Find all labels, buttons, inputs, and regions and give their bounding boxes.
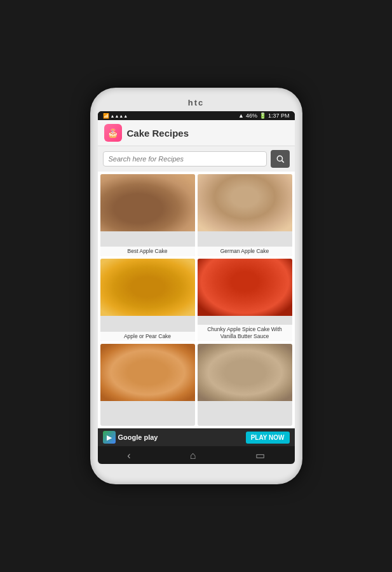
back-button[interactable]: ‹ <box>127 450 130 461</box>
app-title: Cake Recipes <box>127 128 189 139</box>
recipe-image-german-apple-cake <box>198 174 292 231</box>
recent-apps-button[interactable]: ▭ <box>255 449 265 461</box>
recipe-card-chunky-spice-cake[interactable]: Chunky Apple Spice Cake With Vanilla But… <box>198 259 292 341</box>
status-left: 📶 ▲▲▲▲ <box>103 113 128 119</box>
search-input[interactable] <box>103 151 267 167</box>
google-play-icon: ▶ <box>103 431 116 444</box>
app-screen: 🎂 Cake Recipes Best Apple CakeGerman App… <box>98 120 295 464</box>
nav-bar: ‹ ⌂ ▭ <box>98 446 295 464</box>
battery-icon: 🔋 <box>259 112 266 119</box>
recipe-label-apple-pear-cake: Apple or Pear Cake <box>100 332 195 341</box>
signal-icon: 📶 <box>103 113 109 119</box>
recipe-image-bundt-cake-1 <box>100 344 195 401</box>
cake-icon: 🎂 <box>107 128 118 138</box>
battery-level: 46% <box>246 112 257 119</box>
recipe-card-best-apple-cake[interactable]: Best Apple Cake <box>100 174 195 256</box>
home-button[interactable]: ⌂ <box>190 450 196 461</box>
search-bar <box>98 146 295 172</box>
status-bar: 📶 ▲▲▲▲ ▲ 46% 🔋 1:37 PM <box>98 111 295 120</box>
recipe-label-german-apple-cake: German Apple Cake <box>198 247 292 256</box>
recipe-card-german-apple-cake[interactable]: German Apple Cake <box>198 174 292 256</box>
phone-screen: 📶 ▲▲▲▲ ▲ 46% 🔋 1:37 PM 🎂 Cake Recipes <box>98 111 295 464</box>
status-right: ▲ 46% 🔋 1:37 PM <box>238 112 289 119</box>
phone-frame: htc 📶 ▲▲▲▲ ▲ 46% 🔋 1:37 PM 🎂 Cake Re <box>91 89 301 483</box>
svg-line-1 <box>281 161 283 163</box>
google-play-label: Google play <box>118 433 158 441</box>
google-play-badge: ▶ Google play <box>103 431 158 444</box>
ad-banner: ▶ Google play PLAY NOW <box>98 428 295 446</box>
recipes-grid: Best Apple CakeGerman Apple CakeApple or… <box>98 172 295 428</box>
recipe-card-apple-pear-cake[interactable]: Apple or Pear Cake <box>100 259 195 341</box>
clock: 1:37 PM <box>268 112 290 119</box>
phone-top-bar: htc <box>98 95 295 111</box>
phone-bottom-bar <box>98 464 295 477</box>
recipe-image-apple-pear-cake <box>100 259 195 316</box>
app-toolbar: 🎂 Cake Recipes <box>98 120 295 146</box>
recipe-image-best-apple-cake <box>100 174 195 231</box>
search-icon <box>276 154 285 163</box>
app-icon: 🎂 <box>104 124 122 142</box>
recipe-image-chunky-spice-cake <box>198 259 292 316</box>
wifi-icon: ▲ <box>238 112 244 119</box>
recipe-image-bundt-cake-2 <box>198 344 292 401</box>
search-button[interactable] <box>271 150 290 168</box>
recipe-label-chunky-spice-cake: Chunky Apple Spice Cake With Vanilla But… <box>198 325 292 341</box>
phone-brand: htc <box>188 98 205 107</box>
recipe-label-best-apple-cake: Best Apple Cake <box>100 247 195 256</box>
svg-point-0 <box>277 156 282 161</box>
signal-bars: ▲▲▲▲ <box>111 114 128 118</box>
recipe-card-bundt-cake-1[interactable] <box>100 344 195 426</box>
recipe-card-bundt-cake-2[interactable] <box>198 344 292 426</box>
play-now-button[interactable]: PLAY NOW <box>246 432 290 444</box>
